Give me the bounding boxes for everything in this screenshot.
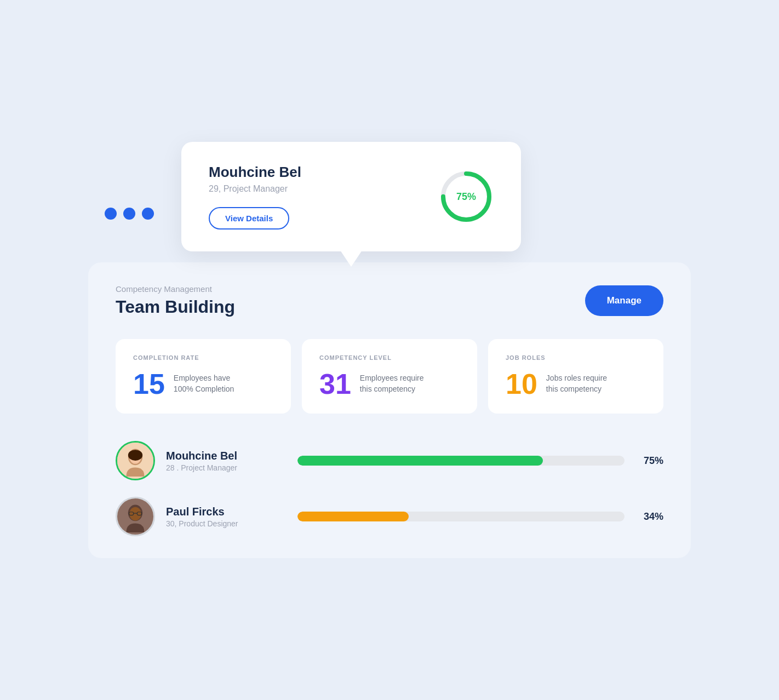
progress-area-2: 34% [297, 511, 663, 523]
stat-body-jobroles: 10 Jobs roles require this competency [506, 370, 646, 398]
stats-row: COMPLETION RATE 15 Employees have 100% C… [116, 339, 663, 414]
stat-desc-competency: Employees require this competency [360, 373, 426, 394]
dots-decoration [88, 142, 170, 220]
stat-label-competency: COMPETENCY LEVEL [319, 354, 460, 361]
popup-name: Mouhcine Bel [209, 164, 301, 181]
stat-number-jobroles: 10 [506, 370, 537, 398]
stat-body-completion: 15 Employees have 100% Completion [133, 370, 273, 398]
stat-number-competency: 31 [319, 370, 351, 398]
progress-area-1: 75% [297, 455, 663, 467]
stat-number-completion: 15 [133, 370, 165, 398]
progress-pct-1: 75% [633, 455, 663, 467]
stat-card-competency: COMPETENCY LEVEL 31 Employees require th… [302, 339, 477, 414]
manage-button[interactable]: Manage [585, 285, 663, 316]
employee-row-1: Mouhcine Bel 28 . Project Manager 75% [116, 441, 663, 480]
page-title: Team Building [116, 297, 235, 317]
view-details-button[interactable]: View Details [209, 207, 289, 229]
employee-list: Mouhcine Bel 28 . Project Manager 75% [116, 441, 663, 536]
avatar-svg-1 [117, 443, 153, 479]
dot-2 [123, 208, 135, 220]
emp-info-1: Mouhcine Bel 28 . Project Manager [166, 450, 276, 472]
stat-label-jobroles: JOB ROLES [506, 354, 646, 361]
emp-name-1: Mouhcine Bel [166, 450, 276, 462]
main-container: Mouhcine Bel 29, Project Manager View De… [88, 142, 691, 558]
popup-area: Mouhcine Bel 29, Project Manager View De… [88, 142, 691, 251]
progress-bar-bg-1 [297, 456, 625, 466]
popup-info: Mouhcine Bel 29, Project Manager View De… [209, 164, 301, 229]
page-header: Competency Management Team Building Mana… [116, 284, 663, 317]
avatar-2 [116, 497, 155, 536]
avatar-svg-2 [117, 498, 153, 535]
dot-3 [142, 208, 154, 220]
stat-card-completion: COMPLETION RATE 15 Employees have 100% C… [116, 339, 291, 414]
emp-name-2: Paul Fircks [166, 506, 276, 518]
avatar-1 [116, 441, 155, 480]
progress-bar-fill-1 [297, 456, 543, 466]
stat-body-competency: 31 Employees require this competency [319, 370, 460, 398]
emp-sub-1: 28 . Project Manager [166, 463, 276, 472]
popup-progress-circle: 75% [439, 169, 494, 224]
popup-age-role: 29, Project Manager [209, 184, 301, 194]
progress-pct-2: 34% [633, 511, 663, 523]
emp-sub-2: 30, Product Designer [166, 519, 276, 528]
profile-popup-card: Mouhcine Bel 29, Project Manager View De… [181, 142, 521, 251]
popup-progress-text: 75% [456, 191, 476, 203]
stat-label-completion: COMPLETION RATE [133, 354, 273, 361]
progress-bar-bg-2 [297, 512, 625, 521]
emp-info-2: Paul Fircks 30, Product Designer [166, 506, 276, 528]
main-content-card: Competency Management Team Building Mana… [88, 262, 691, 558]
progress-bar-fill-2 [297, 512, 409, 521]
stat-desc-completion: Employees have 100% Completion [174, 373, 239, 394]
stat-card-jobroles: JOB ROLES 10 Jobs roles require this com… [488, 339, 663, 414]
employee-row-2: Paul Fircks 30, Product Designer 34% [116, 497, 663, 536]
svg-point-5 [128, 450, 142, 461]
breadcrumb: Competency Management [116, 284, 235, 294]
page-header-left: Competency Management Team Building [116, 284, 235, 317]
svg-point-8 [129, 507, 141, 521]
dot-1 [105, 208, 117, 220]
stat-desc-jobroles: Jobs roles require this competency [546, 373, 612, 394]
